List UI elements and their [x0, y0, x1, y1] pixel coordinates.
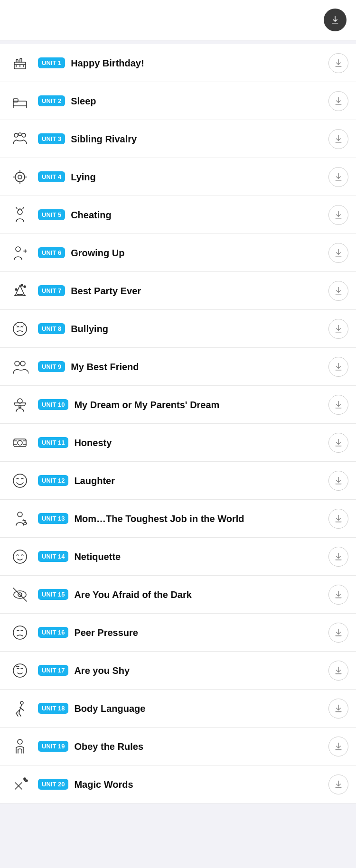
unit-1-title: Happy Birthday!: [71, 57, 323, 69]
unit-1-icon: [8, 55, 32, 72]
unit-2-download-button[interactable]: [328, 91, 348, 111]
svg-line-14: [16, 207, 17, 209]
unit-20-download-button[interactable]: [328, 775, 348, 794]
list-item: UNIT 5 Cheating: [0, 196, 356, 234]
unit-9-title: My Best Friend: [71, 361, 323, 373]
unit-12-icon: [8, 472, 32, 489]
unit-7-title: Best Party Ever: [71, 285, 323, 297]
unit-5-icon: [8, 206, 32, 224]
svg-point-25: [20, 361, 25, 366]
svg-point-8: [14, 133, 18, 137]
unit-19-download-button[interactable]: [328, 737, 348, 756]
unit-list: UNIT 1 Happy Birthday! UNIT 2 Sleep: [0, 44, 356, 803]
unit-18-icon: [8, 700, 32, 717]
svg-rect-5: [13, 99, 18, 102]
unit-7-badge: UNIT 7: [38, 285, 65, 296]
unit-9-download-button[interactable]: [328, 357, 348, 377]
svg-point-20: [24, 286, 26, 288]
unit-13-download-button[interactable]: [328, 509, 348, 529]
unit-15-download-button[interactable]: [328, 585, 348, 605]
unit-10-title: My Dream or My Parents' Dream: [74, 399, 323, 411]
unit-10-download-button[interactable]: [328, 395, 348, 415]
header-download-button[interactable]: [324, 9, 347, 31]
list-item: UNIT 6 Growing Up: [0, 234, 356, 272]
list-item: UNIT 4 Lying: [0, 158, 356, 196]
unit-20-badge: UNIT 20: [38, 779, 68, 790]
unit-3-icon: [8, 131, 32, 148]
unit-15-title: Are You Afraid of the Dark: [74, 588, 323, 601]
unit-19-icon: [8, 738, 32, 755]
svg-point-22: [21, 284, 23, 286]
unit-19-title: Obey the Rules: [74, 740, 323, 753]
unit-16-title: Peer Pressure: [74, 626, 323, 639]
unit-20-title: Magic Words: [74, 778, 323, 791]
svg-point-34: [13, 474, 27, 487]
svg-point-12: [18, 175, 22, 179]
unit-14-icon: [8, 548, 32, 565]
unit-4-download-button[interactable]: [328, 167, 348, 187]
unit-17-badge: UNIT 17: [38, 665, 68, 676]
unit-8-icon: [8, 320, 32, 337]
unit-1-badge: UNIT 1: [38, 57, 65, 68]
unit-14-title: Netiquette: [74, 551, 323, 563]
unit-10-icon: [8, 396, 32, 413]
unit-4-badge: UNIT 4: [38, 171, 65, 182]
unit-2-badge: UNIT 2: [38, 95, 65, 106]
unit-11-icon: [8, 434, 32, 451]
list-item: UNIT 7 Best Party Ever: [0, 272, 356, 310]
list-item: UNIT 16 Peer Pressure: [0, 614, 356, 652]
unit-17-download-button[interactable]: [328, 661, 348, 681]
unit-14-download-button[interactable]: [328, 547, 348, 567]
unit-18-download-button[interactable]: [328, 699, 348, 719]
svg-point-21: [15, 289, 17, 290]
unit-18-badge: UNIT 18: [38, 703, 68, 714]
list-item: UNIT 8 Bullying: [0, 310, 356, 348]
unit-9-icon: [8, 358, 32, 375]
svg-line-42: [13, 588, 27, 601]
list-item: UNIT 12 Laughter: [0, 462, 356, 500]
unit-2-icon: [8, 93, 32, 110]
list-item: UNIT 20 Magic Words: [0, 765, 356, 803]
unit-12-title: Laughter: [74, 475, 323, 487]
svg-point-52: [24, 778, 26, 780]
svg-rect-27: [19, 406, 21, 408]
unit-16-badge: UNIT 16: [38, 627, 68, 638]
unit-15-icon: [8, 586, 32, 603]
svg-point-39: [13, 550, 27, 563]
unit-16-download-button[interactable]: [328, 623, 348, 643]
list-item: UNIT 13 Mom…The Toughest Job in the Worl…: [0, 500, 356, 538]
svg-point-24: [15, 361, 19, 366]
unit-5-badge: UNIT 5: [38, 209, 65, 220]
unit-15-badge: UNIT 15: [38, 589, 68, 600]
unit-3-badge: UNIT 3: [38, 133, 65, 144]
list-item: UNIT 17 Are you Shy: [0, 652, 356, 690]
list-item: UNIT 15 Are You Afraid of the Dark: [0, 576, 356, 614]
unit-11-download-button[interactable]: [328, 433, 348, 453]
unit-10-badge: UNIT 10: [38, 399, 68, 410]
unit-13-icon: [8, 510, 32, 527]
svg-point-53: [26, 780, 28, 782]
svg-point-29: [18, 440, 22, 445]
unit-12-download-button[interactable]: [328, 471, 348, 491]
svg-point-43: [13, 626, 27, 639]
unit-12-badge: UNIT 12: [38, 475, 68, 486]
unit-11-title: Honesty: [74, 437, 323, 449]
unit-1-download-button[interactable]: [328, 53, 348, 73]
unit-17-icon: [8, 662, 32, 679]
unit-2-title: Sleep: [71, 95, 323, 107]
unit-9-badge: UNIT 9: [38, 361, 65, 372]
unit-3-download-button[interactable]: [328, 129, 348, 149]
list-item: UNIT 10 My Dream or My Parents' Dream: [0, 386, 356, 424]
unit-8-download-button[interactable]: [328, 319, 348, 339]
unit-6-download-button[interactable]: [328, 243, 348, 263]
svg-point-16: [16, 247, 20, 252]
unit-17-title: Are you Shy: [74, 664, 323, 677]
unit-13-badge: UNIT 13: [38, 513, 68, 524]
unit-5-download-button[interactable]: [328, 205, 348, 225]
svg-point-45: [20, 701, 23, 704]
list-item: UNIT 1 Happy Birthday!: [0, 44, 356, 82]
unit-13-title: Mom…The Toughest Job in the World: [74, 513, 323, 525]
unit-7-download-button[interactable]: [328, 281, 348, 301]
list-item: UNIT 2 Sleep: [0, 82, 356, 120]
list-item: UNIT 19 Obey the Rules: [0, 728, 356, 765]
